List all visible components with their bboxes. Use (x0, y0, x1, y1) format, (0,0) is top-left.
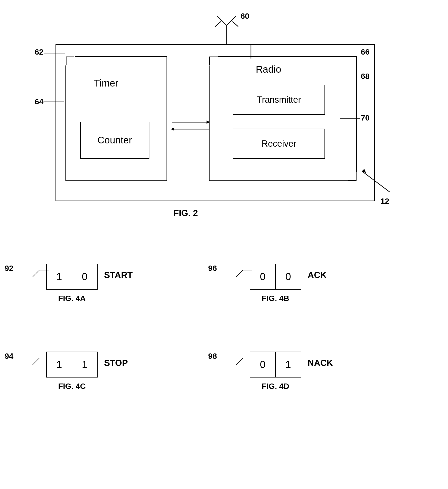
fig4a-notch-line-svg (21, 268, 49, 279)
fig4a-bit1-cell: 1 (47, 264, 72, 289)
fig4c-table: 1 1 (46, 352, 98, 377)
fig4a-ref-label: 92 (5, 264, 13, 273)
fig4d-notch-line-svg (224, 356, 252, 367)
fig4c-fig-label: FIG. 4C (46, 382, 98, 391)
fig4d-caption: NACK (308, 358, 333, 368)
fig4a-table: 1 0 (46, 264, 98, 290)
svg-line-28 (236, 358, 243, 365)
fig4a-bit2-cell: 0 (72, 264, 97, 289)
fig4c-caption: STOP (104, 358, 128, 368)
svg-line-1 (217, 16, 227, 25)
svg-marker-9 (171, 127, 174, 131)
svg-line-25 (32, 358, 39, 365)
ref-70-label: 70 (361, 113, 370, 122)
fig4c-bit1-cell: 1 (47, 352, 72, 377)
fig4d-table: 0 1 (250, 352, 301, 377)
fig4b-bit2-cell: 0 (276, 264, 301, 289)
fig4b-bit1-cell: 0 (250, 264, 276, 289)
fig4a-container: 92 1 0 START FIG. 4A (46, 264, 98, 303)
ref-64-label: 64 (35, 97, 43, 106)
transmitter-box: Transmitter (233, 85, 325, 115)
fig4b-notch-line-svg (224, 268, 252, 279)
radio-notch-icon (209, 56, 218, 65)
receiver-box: Receiver (233, 129, 325, 159)
fig4b-fig-label: FIG. 4B (250, 294, 301, 303)
transmitter-label: Transmitter (257, 95, 301, 105)
antenna-ref-label: 60 (241, 12, 249, 21)
radio-label: Radio (256, 64, 281, 75)
ref-62-label: 62 (35, 47, 43, 57)
svg-line-2 (227, 16, 236, 25)
ref-12-label: 12 (381, 197, 389, 206)
ref-66-label: 66 (361, 47, 370, 57)
fig4c-container: 94 1 1 STOP FIG. 4C (46, 352, 98, 391)
fig4d-bit2-cell: 1 (276, 352, 301, 377)
bidirectional-arrow-svg (170, 116, 211, 135)
fig4a-fig-label: FIG. 4A (46, 294, 98, 303)
fig2-caption: FIG. 2 (173, 208, 198, 218)
radio-outer-box: Radio Transmitter Receiver (209, 56, 357, 181)
counter-label: Counter (97, 135, 132, 146)
fig4b-ref-label: 96 (208, 264, 217, 273)
svg-line-4 (232, 22, 238, 27)
fig4b-caption: ACK (308, 270, 326, 280)
fig4d-fig-label: FIG. 4D (250, 382, 301, 391)
fig4b-container: 96 0 0 ACK FIG. 4B (250, 264, 301, 303)
antenna-container: 60 (213, 14, 241, 45)
radio-notch-br-icon (345, 170, 357, 181)
counter-box: Counter (80, 122, 149, 159)
fig4b-table: 0 0 (250, 264, 301, 290)
fig4c-notch-line-svg (21, 356, 49, 367)
svg-line-3 (215, 22, 221, 27)
ref-68-label: 68 (361, 72, 370, 81)
svg-line-19 (32, 270, 39, 277)
fig4d-ref-label: 98 (208, 352, 217, 361)
fig4a-caption: START (104, 270, 133, 280)
timer-notch-icon (65, 56, 75, 65)
fig4d-bit1-cell: 0 (250, 352, 276, 377)
fig4d-container: 98 0 1 NACK FIG. 4D (250, 352, 301, 391)
fig4c-bit2-cell: 1 (72, 352, 97, 377)
svg-line-22 (236, 270, 243, 277)
main-outer-box: Timer Counter (56, 44, 375, 201)
receiver-label: Receiver (261, 139, 296, 149)
page-container: 60 Timer Counter (0, 0, 448, 489)
fig4c-ref-label: 94 (5, 352, 13, 361)
timer-outer-box: Timer Counter (65, 56, 167, 181)
timer-label: Timer (94, 78, 118, 89)
